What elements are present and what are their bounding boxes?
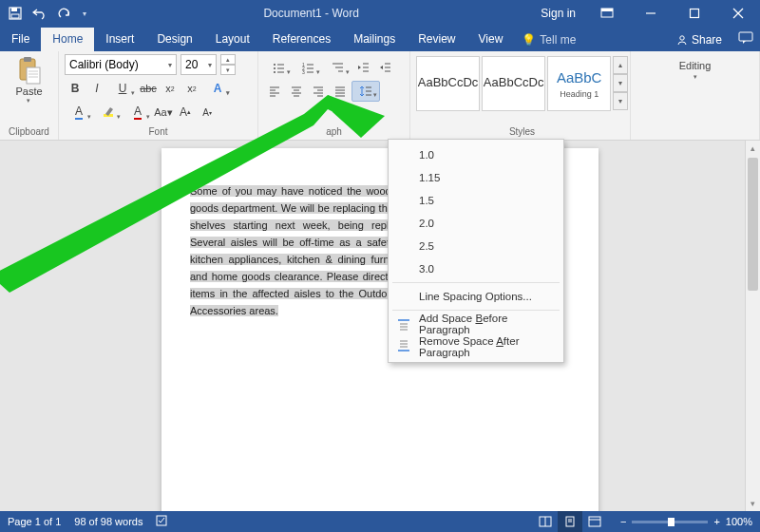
justify-button[interactable] xyxy=(330,81,351,102)
scroll-down-arrow[interactable]: ▾ xyxy=(746,496,760,511)
spacing-1-15[interactable]: 1.15 xyxy=(389,166,563,189)
share-button[interactable]: Share xyxy=(667,28,732,51)
chevron-down-icon: ▾ xyxy=(27,97,30,104)
add-space-before[interactable]: Add Space Before Paragraph xyxy=(389,313,563,335)
ribbon-display-options-button[interactable] xyxy=(585,0,629,27)
multilevel-list-button[interactable] xyxy=(323,57,352,78)
svg-text:3: 3 xyxy=(302,69,305,74)
style-heading-1[interactable]: AaBbC Heading 1 xyxy=(547,56,611,111)
tab-view[interactable]: View xyxy=(467,28,515,51)
zoom-out-button[interactable]: − xyxy=(620,516,626,527)
spellcheck-icon[interactable] xyxy=(156,514,169,529)
align-right-button[interactable] xyxy=(308,81,329,102)
paste-icon xyxy=(15,56,42,85)
font-color-button[interactable]: A xyxy=(124,102,152,123)
styles-scroll-down[interactable]: ▾ xyxy=(613,74,628,92)
comments-button[interactable] xyxy=(732,27,760,51)
tab-file[interactable]: File xyxy=(0,28,41,51)
svg-point-19 xyxy=(274,67,276,69)
scroll-up-arrow[interactable]: ▴ xyxy=(746,141,760,156)
maximize-button[interactable] xyxy=(673,0,716,27)
tab-home[interactable]: Home xyxy=(41,28,94,51)
sign-in-link[interactable]: Sign in xyxy=(531,7,585,20)
window-title: Document1 - Word xyxy=(91,7,531,20)
zoom-level[interactable]: 100% xyxy=(726,516,752,527)
tab-insert[interactable]: Insert xyxy=(94,28,145,51)
subscript-button[interactable]: x2 xyxy=(160,78,180,99)
word-count[interactable]: 98 of 98 words xyxy=(74,516,142,527)
change-case-button[interactable]: Aa▾ xyxy=(153,102,174,123)
style-no-spacing[interactable]: AaBbCcDc xyxy=(482,56,545,111)
web-layout-button[interactable] xyxy=(582,511,607,532)
svg-point-9 xyxy=(680,36,684,40)
line-spacing-button[interactable] xyxy=(352,81,380,102)
minimize-button[interactable] xyxy=(629,0,673,27)
decrease-indent-button[interactable] xyxy=(352,57,373,78)
tab-mailings[interactable]: Mailings xyxy=(342,28,407,51)
styles-scroll-up[interactable]: ▴ xyxy=(613,56,628,74)
remove-space-after-icon xyxy=(396,339,411,354)
svg-point-18 xyxy=(274,64,276,66)
document-area: Some of you may have noticed the wood sh… xyxy=(0,141,760,511)
superscript-button[interactable]: x2 xyxy=(181,78,202,99)
italic-button[interactable]: I xyxy=(86,78,107,99)
tab-layout[interactable]: Layout xyxy=(204,28,261,51)
save-button[interactable] xyxy=(4,2,27,25)
spacing-1-0[interactable]: 1.0 xyxy=(389,143,563,166)
paste-button[interactable]: Paste ▾ xyxy=(15,54,42,104)
svg-point-20 xyxy=(274,71,276,73)
spacing-1-5[interactable]: 1.5 xyxy=(389,189,563,212)
remove-space-after[interactable]: Remove Space After Paragraph xyxy=(389,335,563,358)
tab-design[interactable]: Design xyxy=(145,28,203,51)
highlight-button[interactable] xyxy=(94,102,123,123)
font-size-spinner[interactable]: ▴▾ xyxy=(220,54,236,75)
undo-button[interactable] xyxy=(28,2,51,25)
svg-rect-1 xyxy=(11,8,17,11)
editing-button[interactable]: Editing xyxy=(675,58,715,73)
underline-button[interactable]: U xyxy=(108,78,137,99)
text-effects-button[interactable]: A xyxy=(203,78,232,99)
vertical-scrollbar[interactable]: ▴ ▾ xyxy=(745,141,760,511)
chevron-down-icon: ▾ xyxy=(694,73,697,81)
close-button[interactable] xyxy=(716,0,760,27)
strikethrough-button[interactable]: abc xyxy=(138,78,159,99)
align-center-button[interactable] xyxy=(286,81,307,102)
svg-rect-10 xyxy=(739,32,752,41)
group-paragraph: 123 aph xyxy=(258,51,410,140)
share-icon xyxy=(676,34,688,46)
font-size-combo[interactable]: 20 ▾ xyxy=(180,54,217,75)
spacing-2-0[interactable]: 2.0 xyxy=(389,212,563,235)
line-spacing-options[interactable]: Line Spacing Options... xyxy=(389,285,563,308)
svg-rect-4 xyxy=(601,9,613,11)
qat-customize-button[interactable]: ▾ xyxy=(78,2,91,25)
print-layout-button[interactable] xyxy=(558,511,582,532)
shrink-font-button[interactable]: A▾ xyxy=(197,102,218,123)
page-indicator[interactable]: Page 1 of 1 xyxy=(8,516,61,527)
redo-button[interactable] xyxy=(53,2,76,25)
zoom-in-button[interactable]: + xyxy=(713,516,719,527)
bold-button[interactable]: B xyxy=(65,78,86,99)
numbering-button[interactable]: 123 xyxy=(294,57,322,78)
tell-me-search[interactable]: 💡 Tell me xyxy=(514,28,583,51)
scroll-thumb[interactable] xyxy=(748,158,758,291)
spacing-3-0[interactable]: 3.0 xyxy=(389,257,563,280)
style-normal[interactable]: AaBbCcDc xyxy=(416,56,480,111)
zoom-slider[interactable] xyxy=(632,521,708,523)
tab-review[interactable]: Review xyxy=(407,28,466,51)
styles-expand[interactable]: ▾ xyxy=(613,92,628,110)
group-editing: Editing ▾ xyxy=(631,51,760,140)
chevron-down-icon[interactable]: ▾ xyxy=(204,61,212,69)
svg-rect-13 xyxy=(27,67,40,84)
bullets-button[interactable] xyxy=(264,57,293,78)
grow-font-button[interactable]: A▴ xyxy=(175,102,196,123)
group-styles: AaBbCcDc AaBbCcDc AaBbC Heading 1 ▴ ▾ ▾ … xyxy=(410,51,631,140)
font-color-a-button[interactable]: A xyxy=(65,102,93,123)
align-left-button[interactable] xyxy=(264,81,285,102)
increase-indent-button[interactable] xyxy=(374,57,395,78)
font-name-combo[interactable]: Calibri (Body) ▾ xyxy=(65,54,177,75)
svg-rect-2 xyxy=(11,14,19,18)
spacing-2-5[interactable]: 2.5 xyxy=(389,235,563,257)
chevron-down-icon[interactable]: ▾ xyxy=(164,61,172,69)
tab-references[interactable]: References xyxy=(261,28,342,51)
read-mode-button[interactable] xyxy=(533,511,558,532)
